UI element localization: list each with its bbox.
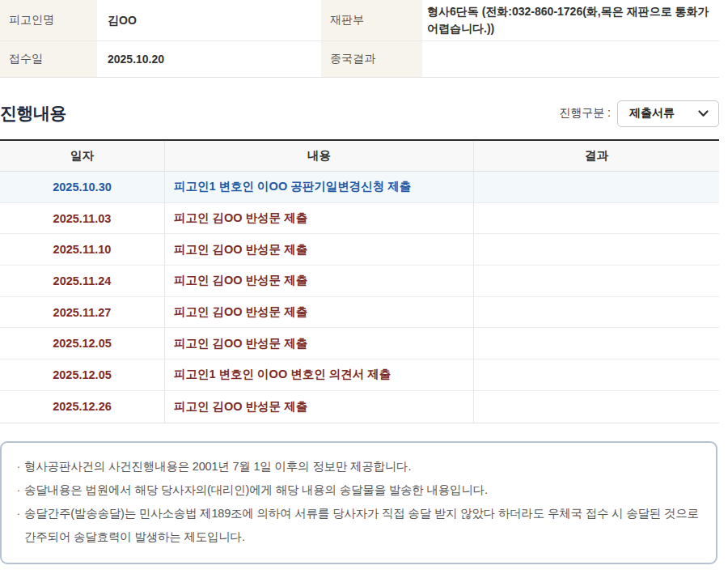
table-row: 2025.11.10 피고인 김OO 반성문 제출	[0, 234, 719, 266]
table-row: 2025.11.27 피고인 김OO 반성문 제출	[0, 297, 719, 329]
bullet-icon: ·	[13, 455, 24, 478]
notice-box: · 형사공판사건의 사건진행내용은 2001년 7월 1일 이후의 정보만 제공…	[0, 441, 717, 564]
progress-result	[473, 297, 719, 328]
progress-date: 2025.12.05	[0, 328, 164, 359]
chevron-down-icon	[698, 110, 709, 117]
progress-content-link[interactable]: 피고인 김OO 반성문 제출	[174, 304, 307, 320]
progress-table: 일자 내용 결과 2025.10.30 피고인1 변호인 이OO 공판기일변경신…	[0, 139, 719, 423]
info-value-defendant-name: 김OO	[97, 0, 321, 40]
table-row: 2025.11.03 피고인 김OO 반성문 제출	[0, 203, 719, 235]
progress-result	[473, 234, 719, 265]
progress-result	[473, 203, 719, 234]
progress-content-link[interactable]: 피고인1 변호인 이OO 공판기일변경신청 제출	[174, 179, 411, 194]
bullet-icon: ·	[13, 478, 24, 502]
progress-section-bar: 진행내용 진행구분 : 제출서류	[0, 97, 719, 130]
notice-text: 형사공판사건의 사건진행내용은 2001년 7월 1일 이후의 정보만 제공합니…	[24, 455, 700, 478]
progress-date: 2025.11.03	[0, 203, 164, 234]
progress-content-link[interactable]: 피고인 김OO 반성문 제출	[174, 399, 307, 415]
notice-item: · 송달간주(발송송달)는 민사소송법 제189조에 의하여 서류를 당사자가 …	[13, 502, 700, 549]
info-label-defendant-name: 피고인명	[0, 0, 97, 40]
progress-table-header: 일자 내용 결과	[0, 141, 719, 172]
progress-content-link[interactable]: 피고인1 변호인 이OO 변호인 의견서 제출	[174, 367, 391, 382]
table-row: 2025.12.26 피고인 김OO 반성문 제출	[0, 391, 719, 423]
progress-result	[473, 328, 719, 359]
table-row: 2025.10.30 피고인1 변호인 이OO 공판기일변경신청 제출	[0, 172, 719, 203]
bullet-icon: ·	[13, 502, 24, 549]
progress-date: 2025.11.24	[0, 266, 164, 296]
case-info-table: 피고인명 김OO 재판부 형사6단독 (전화:032-860-1726(화,목은…	[0, 0, 719, 78]
progress-date: 2025.11.27	[0, 297, 164, 328]
progress-content-link[interactable]: 피고인 김OO 반성문 제출	[174, 242, 307, 257]
progress-type-selected-value: 제출서류	[629, 106, 675, 121]
info-value-court: 형사6단독 (전화:032-860-1726(화,목은 재판으로 통화가 어렵습…	[422, 0, 719, 40]
progress-date: 2025.10.30	[0, 172, 164, 202]
progress-result	[473, 359, 719, 390]
progress-filter-label: 진행구분 :	[559, 106, 611, 121]
header-result: 결과	[473, 141, 719, 171]
notice-item: · 형사공판사건의 사건진행내용은 2001년 7월 1일 이후의 정보만 제공…	[13, 455, 700, 478]
progress-content-link[interactable]: 피고인 김OO 반성문 제출	[174, 210, 307, 226]
info-label-receipt-date: 접수일	[0, 41, 97, 77]
progress-result	[473, 391, 719, 423]
table-row: 2025.12.05 피고인 김OO 반성문 제출	[0, 328, 719, 359]
progress-date: 2025.12.05	[0, 359, 164, 390]
progress-date: 2025.12.26	[0, 391, 164, 423]
header-content: 내용	[164, 141, 473, 171]
progress-filter: 진행구분 : 제출서류	[559, 100, 719, 127]
info-value-final-result	[422, 41, 719, 77]
notice-text: 송달간주(발송송달)는 민사소송법 제189조에 의하여 서류를 당사자가 직접…	[24, 502, 700, 549]
progress-date: 2025.11.10	[0, 234, 164, 265]
progress-content-link[interactable]: 피고인 김OO 반성문 제출	[174, 273, 307, 288]
info-label-court: 재판부	[321, 0, 422, 40]
progress-type-select[interactable]: 제출서류	[617, 100, 719, 127]
table-row: 2025.12.05 피고인1 변호인 이OO 변호인 의견서 제출	[0, 359, 719, 391]
progress-result	[473, 172, 719, 202]
case-detail-page: 피고인명 김OO 재판부 형사6단독 (전화:032-860-1726(화,목은…	[0, 0, 719, 564]
notice-text: 송달내용은 법원에서 해당 당사자의(대리인)에게 해당 내용의 송달물을 발송…	[24, 478, 700, 502]
progress-table-body: 2025.10.30 피고인1 변호인 이OO 공판기일변경신청 제출 2025…	[0, 172, 719, 423]
table-row: 2025.11.24 피고인 김OO 반성문 제출	[0, 266, 719, 297]
info-row-1: 피고인명 김OO 재판부 형사6단독 (전화:032-860-1726(화,목은…	[0, 0, 719, 40]
progress-result	[473, 266, 719, 296]
progress-content-link[interactable]: 피고인 김OO 반성문 제출	[174, 336, 307, 351]
info-value-receipt-date: 2025.10.20	[97, 41, 321, 77]
page-title: 진행내용	[0, 102, 66, 125]
notice-item: · 송달내용은 법원에서 해당 당사자의(대리인)에게 해당 내용의 송달물을 …	[13, 478, 700, 502]
header-date: 일자	[0, 141, 164, 171]
info-row-2: 접수일 2025.10.20 종국결과	[0, 40, 719, 77]
info-label-final-result: 종국결과	[321, 41, 422, 77]
